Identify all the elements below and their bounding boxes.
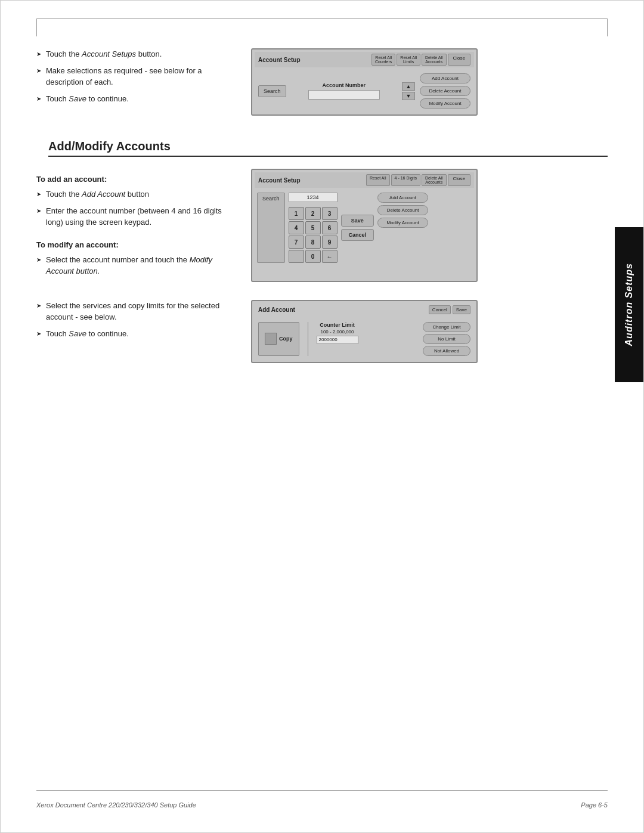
add-account-btn-1[interactable]: Add Account [420,73,470,83]
account-number-field[interactable] [308,90,380,100]
account-number-area: Account Number [291,82,397,100]
ui-title-1: Account Setup [258,57,301,63]
reset-all-counters-btn[interactable]: Reset AllCounters [371,54,395,66]
not-allowed-btn[interactable]: Not Allowed [423,346,470,356]
search-btn-2[interactable]: Search [257,193,285,263]
ui-header-buttons-2: Reset All 4 - 16 Digits Delete AllAccoun… [366,174,470,186]
arrow-up[interactable]: ▲ [402,82,415,91]
key-empty [289,250,304,263]
section-1-bullet-list: Touch the Account Setups button. Make se… [36,48,227,104]
key-4[interactable]: 4 [289,221,304,234]
digits-label-2: 4 - 16 Digits [391,174,420,186]
footer-right: Page 6-5 [581,801,608,809]
key-1[interactable]: 1 [289,207,304,220]
bottom-border-line [36,790,608,791]
bullet-item-3: Touch Save to continue. [36,93,227,105]
page-container: Auditron Setups Touch the Account Setups… [0,0,644,833]
close-btn-2[interactable]: Close [448,174,470,186]
section-3-left: Select the services and copy limits for … [36,300,233,363]
account-setup-ui-2: Account Setup Reset All 4 - 16 Digits De… [251,169,478,282]
copy-service-btn[interactable]: Copy [258,322,299,356]
ui-title-2: Account Setup [258,177,301,184]
modify-account-bullets: Select the account number and touch the … [36,254,233,277]
account-number-label: Account Number [323,82,366,88]
ui-body-1: Search Account Number ▲ ▼ Add Account De… [255,70,474,112]
section-3-bullets: Select the services and copy limits for … [36,300,233,340]
modify-account-btn-2[interactable]: Modify Account [377,218,428,228]
key-8[interactable]: 8 [305,236,321,249]
side-tab: Auditron Setups [615,227,643,382]
right-border-line [607,18,608,36]
keypad-cancel-btn[interactable]: Cancel [341,229,374,241]
add-account-btn-2[interactable]: Add Account [377,193,428,203]
section-3-bullet-2: Touch Save to continue. [36,328,233,340]
copy-label: Copy [279,336,293,342]
modify-account-btn-1[interactable]: Modify Account [420,98,470,109]
account-setup-ui-1: Account Setup Reset AllCounters Reset Al… [251,48,478,116]
add-account-body: Copy Counter Limit 100 - 2,000,000 20000… [255,318,474,360]
key-3[interactable]: 3 [322,207,338,220]
close-btn-1[interactable]: Close [448,54,470,66]
delete-account-btn-2[interactable]: Delete Account [377,205,428,215]
keypad-display: 1234 [289,193,338,202]
add-account-title: To add an account: [36,175,233,184]
add-modify-section: To add an account: Touch the Add Account… [36,169,608,282]
ui-header-2: Account Setup Reset All 4 - 16 Digits De… [255,172,474,188]
add-account-left: To add an account: Touch the Add Account… [36,169,233,282]
side-tab-label: Auditron Setups [624,263,634,346]
bullet-item-1: Touch the Account Setups button. [36,48,227,60]
key-5[interactable]: 5 [305,221,321,234]
bullet-item-2: Make selections as required - see below … [36,65,227,88]
change-limit-btn[interactable]: Change Limit [423,322,470,332]
counter-limit-area: Counter Limit 100 - 2,000,000 2000000 [317,322,358,356]
key-7[interactable]: 7 [289,236,304,249]
keypad-save-cancel: Save Cancel [341,193,374,263]
modify-bullet-1: Select the account number and touch the … [36,254,233,277]
keypad-area: Search 1234 1 2 3 4 5 6 7 8 9 [255,190,474,265]
add-account-ui: Add Account Cancel Save Copy Counter Lim… [251,300,478,363]
main-content: Touch the Account Setups button. Make se… [36,36,608,363]
delete-all-accounts-btn[interactable]: Delete AllAccounts [422,54,447,66]
arrow-down[interactable]: ▼ [402,92,415,100]
keypad-grid: 1 2 3 4 5 6 7 8 9 0 ← [289,207,338,263]
add-account-save-btn[interactable]: Save [453,305,470,314]
keypad-wrapper: 1234 1 2 3 4 5 6 7 8 9 0 [289,193,338,263]
delete-all-btn-2[interactable]: Delete AllAccounts [422,174,447,186]
no-limit-btn[interactable]: No Limit [423,334,470,344]
key-9[interactable]: 9 [322,236,338,249]
key-6[interactable]: 6 [322,221,338,234]
add-account-header-btns: Cancel Save [429,305,470,314]
add-modify-heading: Add/Modify Accounts [48,140,608,157]
reset-all-btn-2[interactable]: Reset All [366,174,390,186]
limit-options: Change Limit No Limit Not Allowed [423,322,470,356]
add-account-cancel-btn[interactable]: Cancel [429,305,451,314]
section-1-left: Touch the Account Setups button. Make se… [36,48,227,116]
section-heading-container: Add/Modify Accounts [36,140,608,157]
key-2[interactable]: 2 [305,207,321,220]
search-btn-1[interactable]: Search [258,85,286,97]
ui-header-buttons-1: Reset AllCounters Reset AllLimits Delete… [371,54,470,66]
top-border-line [36,18,608,19]
right-buttons-1: Add Account Delete Account Modify Accoun… [420,73,470,109]
add-bullet-1: Touch the Add Account button [36,188,233,200]
reset-all-limits-btn[interactable]: Reset AllLimits [397,54,420,66]
counter-limit-range: 100 - 2,000,000 [320,329,354,335]
footer-left: Xerox Document Centre 220/230/332/340 Se… [36,801,196,809]
add-account-header: Add Account Cancel Save [255,304,474,316]
add-bullet-2: Enter the account number (between 4 and … [36,205,233,228]
add-account-ui-title: Add Account [258,306,295,313]
counter-limit-field[interactable]: 2000000 [317,336,358,344]
counter-limit-label: Counter Limit [320,322,355,328]
vertical-divider [308,322,308,356]
key-0[interactable]: 0 [305,250,321,263]
section-1: Touch the Account Setups button. Make se… [36,48,608,116]
left-border-line [36,18,37,36]
ui-header-1: Account Setup Reset AllCounters Reset Al… [255,52,474,67]
right-buttons-2: Add Account Delete Account Modify Accoun… [377,193,428,263]
keypad-save-btn[interactable]: Save [341,215,374,227]
delete-account-btn-1[interactable]: Delete Account [420,86,470,96]
add-account-bullets: Touch the Add Account button Enter the a… [36,188,233,228]
arrows-area: ▲ ▼ [402,82,415,100]
copy-icon [265,333,277,345]
key-backspace[interactable]: ← [322,250,338,263]
